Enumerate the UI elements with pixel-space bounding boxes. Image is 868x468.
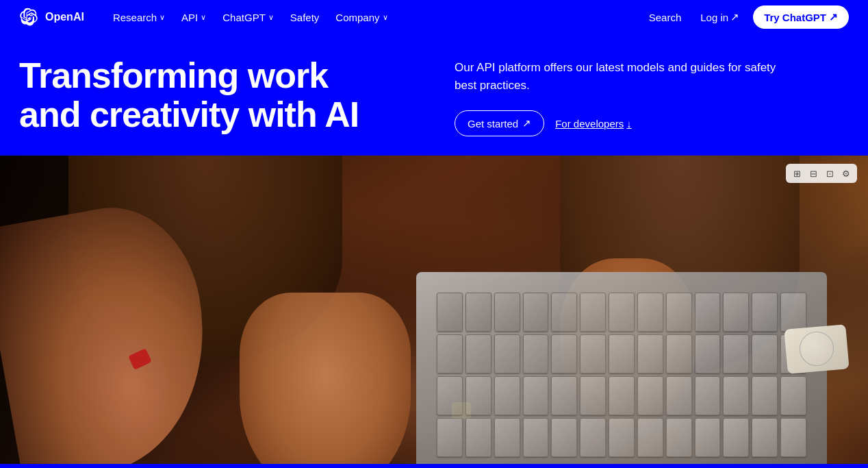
hero-description: Our API platform offers our latest model… (455, 59, 783, 94)
keyboard-key (637, 418, 663, 457)
keyboard-key (580, 334, 606, 373)
keyboard-key (465, 334, 492, 373)
nav-api[interactable]: API ∨ (175, 8, 213, 27)
keyboard-key (637, 293, 663, 332)
keyboard-key (609, 334, 635, 373)
hero-section: Transforming work and creativity with AI… (0, 34, 868, 156)
chatgpt-chevron-icon: ∨ (268, 13, 274, 22)
toolbar-icon-2[interactable]: ⊟ (806, 167, 820, 180)
keyboard-key (465, 418, 492, 457)
try-arrow-icon: ↗ (829, 11, 838, 23)
toolbar-icon-3[interactable]: ⊡ (823, 167, 837, 180)
keyboard-key (494, 376, 520, 415)
keyboard-key (637, 376, 663, 415)
keyboard-key (523, 293, 549, 332)
keyboard-key (723, 418, 749, 457)
hand-center (240, 293, 411, 464)
nav-research[interactable]: Research ∨ (106, 8, 172, 27)
keyboard-key (580, 376, 606, 415)
hero-buttons: Get started ↗ For developers ↓ (455, 110, 849, 136)
search-button[interactable]: Search (643, 8, 687, 27)
try-chatgpt-button[interactable]: Try ChatGPT ↗ (753, 5, 849, 29)
developers-arrow-icon: ↓ (626, 118, 632, 130)
keyboard-key (752, 293, 778, 332)
hero-left: Transforming work and creativity with AI (19, 56, 413, 134)
keyboard-key (580, 293, 606, 332)
keyboard-key (666, 293, 692, 332)
hero-title: Transforming work and creativity with AI (19, 56, 375, 134)
get-started-arrow-icon: ↗ (522, 117, 531, 130)
keyboard-key (695, 376, 721, 415)
nav-chatgpt[interactable]: ChatGPT ∨ (216, 8, 281, 27)
keyboard-key (437, 376, 463, 415)
keyboard-key (723, 293, 749, 332)
keyboard-key (666, 334, 692, 373)
keyboard-key (437, 334, 463, 373)
keyboard-key (494, 293, 520, 332)
keyboard-key (666, 376, 692, 415)
keyboard-key (437, 293, 463, 332)
keyboard-key (695, 334, 721, 373)
for-developers-button[interactable]: For developers ↓ (555, 118, 632, 130)
phone-on-desk (784, 324, 849, 374)
keyboard-key (780, 376, 806, 415)
keyboard-key (752, 376, 778, 415)
keyboard-key (494, 334, 520, 373)
get-started-button[interactable]: Get started ↗ (455, 110, 544, 136)
keyboard-key (580, 418, 606, 457)
login-arrow-icon: ↗ (730, 11, 739, 23)
keyboard-key (695, 418, 721, 457)
api-chevron-icon: ∨ (201, 13, 206, 22)
keyboard-key (465, 376, 492, 415)
research-chevron-icon: ∨ (159, 13, 165, 22)
keyboard-key (723, 376, 749, 415)
keyboard-key (551, 293, 577, 332)
keyboard-key (523, 334, 549, 373)
keyboard-key (523, 418, 549, 457)
keyboard-key (609, 376, 635, 415)
image-toolbar: ⊞ ⊟ ⊡ ⚙ (786, 164, 857, 183)
hero-image: ⊞ ⊟ ⊡ ⚙ // Keys rendered via JS (functio… (0, 156, 868, 464)
laptop: // Keys rendered via JS (function(){ con… (416, 272, 827, 464)
company-chevron-icon: ∨ (383, 13, 388, 22)
keyboard-key (551, 418, 577, 457)
login-button[interactable]: Log in ↗ (695, 7, 745, 27)
keyboard-key (465, 293, 492, 332)
keyboard-key (551, 376, 577, 415)
keyboard-key (752, 418, 778, 457)
keyboard-key (723, 334, 749, 373)
red-watch (128, 348, 152, 370)
nav-safety[interactable]: Safety (283, 8, 327, 27)
keyboard-key (551, 334, 577, 373)
keyboard-key (780, 418, 806, 457)
keyboard-key (523, 376, 549, 415)
navigation: OpenAI Research ∨ API ∨ ChatGPT ∨ Safety… (0, 0, 868, 34)
brand-name: OpenAI (45, 11, 84, 23)
keyboard-key (437, 418, 463, 457)
toolbar-icon-1[interactable]: ⊞ (790, 167, 804, 180)
nav-links: Research ∨ API ∨ ChatGPT ∨ Safety Compan… (106, 8, 643, 27)
nav-company[interactable]: Company ∨ (329, 8, 394, 27)
openai-logo-icon (19, 7, 40, 27)
keyboard-key (752, 334, 778, 373)
keyboard-key (609, 418, 635, 457)
logo[interactable]: OpenAI (19, 7, 84, 27)
keyboard-key (494, 418, 520, 457)
nav-actions: Search Log in ↗ Try ChatGPT ↗ (643, 5, 849, 29)
hero-right: Our API platform offers our latest model… (455, 56, 849, 136)
keyboard-key (609, 293, 635, 332)
keyboard-key (780, 293, 806, 332)
keyboard-key (666, 418, 692, 457)
keyboard-key (637, 334, 663, 373)
toolbar-icon-4[interactable]: ⚙ (839, 167, 853, 180)
keyboard-key (695, 293, 721, 332)
